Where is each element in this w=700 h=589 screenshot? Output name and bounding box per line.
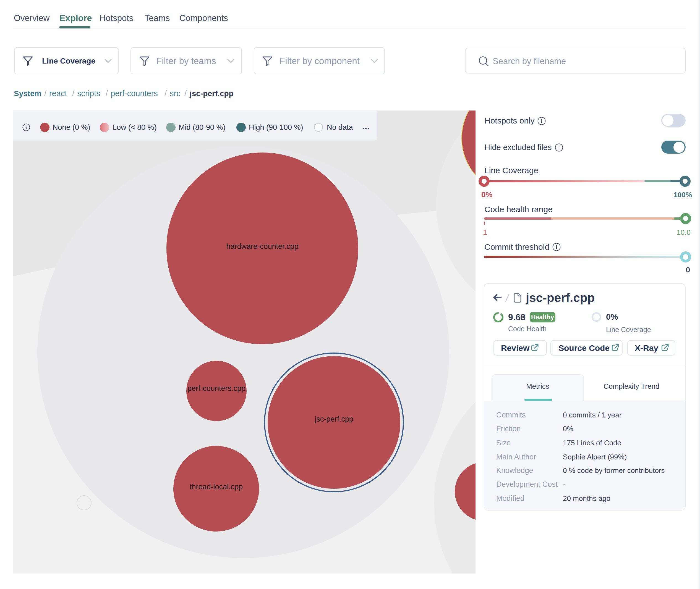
svg-text:thread-local.cpp: thread-local.cpp	[190, 482, 243, 491]
svg-text:hardware-counter.cpp: hardware-counter.cpp	[226, 242, 298, 250]
svg-text:jsc-perf.cpp: jsc-perf.cpp	[314, 415, 353, 423]
svg-text:perf-counters.cpp: perf-counters.cpp	[187, 384, 246, 393]
